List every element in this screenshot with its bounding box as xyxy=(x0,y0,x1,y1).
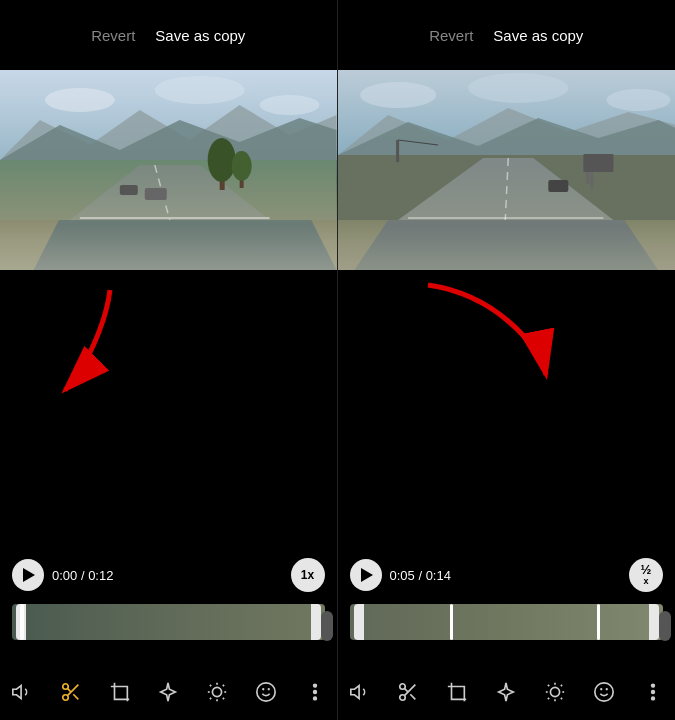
play-button-right[interactable] xyxy=(350,559,382,591)
svg-point-23 xyxy=(212,687,221,696)
more-button-left[interactable] xyxy=(297,674,333,710)
speed-badge-left[interactable]: 1x xyxy=(291,558,325,592)
mid-area-left xyxy=(0,270,337,548)
timeline-left[interactable] xyxy=(12,604,325,648)
svg-point-10 xyxy=(232,151,252,181)
timeline-handle-right-left[interactable] xyxy=(311,604,321,640)
play-icon-left xyxy=(23,568,35,582)
sparkle-icon-left xyxy=(157,681,179,703)
controls-right: 0:05 / 0:14 ½x xyxy=(338,548,676,666)
sun-icon-left xyxy=(206,681,228,703)
svg-point-61 xyxy=(551,687,560,696)
svg-line-66 xyxy=(548,685,549,686)
timeline-track-right[interactable] xyxy=(350,604,664,640)
controls-left: 0:00 / 0:12 1x xyxy=(0,548,337,666)
revert-button-right[interactable]: Revert xyxy=(429,27,473,44)
trim-button-right[interactable] xyxy=(390,674,426,710)
bottom-toolbar-left xyxy=(0,666,337,720)
video-preview-right xyxy=(338,70,676,270)
smiley-icon-right xyxy=(593,681,615,703)
play-button-left[interactable] xyxy=(12,559,44,591)
effects-button-right[interactable] xyxy=(488,674,524,710)
revert-button-left[interactable]: Revert xyxy=(91,27,135,44)
sparkle-icon-right xyxy=(495,681,517,703)
timeline-track-left[interactable] xyxy=(12,604,325,640)
scissors-icon-left xyxy=(60,681,82,703)
svg-point-32 xyxy=(257,683,275,701)
svg-point-13 xyxy=(45,88,115,112)
svg-point-74 xyxy=(652,691,655,694)
svg-line-60 xyxy=(405,688,409,692)
volume-button-left[interactable] xyxy=(4,674,40,710)
timeline-segment-left xyxy=(12,604,325,640)
timeline-right[interactable] xyxy=(350,604,664,648)
svg-line-68 xyxy=(548,698,549,699)
volume-icon-left xyxy=(11,681,33,703)
video-preview-left xyxy=(0,70,337,270)
timeline-thumb-left[interactable] xyxy=(20,604,24,640)
svg-line-67 xyxy=(561,698,562,699)
crop-icon-right xyxy=(446,681,468,703)
timeline-handle-right-right[interactable] xyxy=(649,604,659,640)
sticker-button-left[interactable] xyxy=(248,674,284,710)
save-as-copy-button-left[interactable]: Save as copy xyxy=(155,27,245,44)
svg-point-73 xyxy=(652,684,655,687)
svg-marker-17 xyxy=(13,686,21,699)
svg-rect-47 xyxy=(583,154,613,172)
red-arrow-right xyxy=(368,275,568,405)
time-display-left: 0:00 / 0:12 xyxy=(52,568,113,583)
svg-line-28 xyxy=(210,685,211,686)
dots-icon-right xyxy=(642,681,664,703)
svg-line-59 xyxy=(411,694,416,699)
scrollbar-left[interactable] xyxy=(321,611,333,641)
svg-point-18 xyxy=(63,684,69,690)
svg-line-30 xyxy=(210,698,211,699)
timeline-marker-left-right[interactable] xyxy=(450,604,453,640)
svg-point-19 xyxy=(63,695,69,701)
effects-button-left[interactable] xyxy=(150,674,186,710)
more-button-right[interactable] xyxy=(635,674,671,710)
svg-point-52 xyxy=(468,73,568,103)
svg-point-15 xyxy=(260,95,320,115)
timeline-segment-right xyxy=(350,604,664,640)
crop-button-right[interactable] xyxy=(439,674,475,710)
svg-point-36 xyxy=(313,691,316,694)
volume-icon-right xyxy=(349,681,371,703)
top-bar-left: Revert Save as copy xyxy=(0,0,337,70)
scissors-icon-right xyxy=(397,681,419,703)
left-panel: Revert Save as copy xyxy=(0,0,338,720)
dots-icon-left xyxy=(304,681,326,703)
save-as-copy-button-right[interactable]: Save as copy xyxy=(493,27,583,44)
svg-rect-49 xyxy=(396,140,399,162)
bottom-toolbar-right xyxy=(338,666,676,720)
svg-point-56 xyxy=(400,684,406,690)
time-display-right: 0:05 / 0:14 xyxy=(390,568,451,583)
svg-line-22 xyxy=(67,688,71,692)
svg-point-57 xyxy=(400,695,406,701)
sticker-button-right[interactable] xyxy=(586,674,622,710)
svg-point-8 xyxy=(208,138,236,182)
svg-point-37 xyxy=(313,697,316,700)
timeline-handle-left-right[interactable] xyxy=(354,604,364,640)
svg-point-51 xyxy=(360,82,436,108)
svg-point-53 xyxy=(606,89,670,111)
playback-row-left: 0:00 / 0:12 1x xyxy=(12,558,325,592)
svg-point-14 xyxy=(155,76,245,104)
adjust-button-left[interactable] xyxy=(199,674,235,710)
scrollbar-right[interactable] xyxy=(659,611,671,641)
speed-badge-right[interactable]: ½x xyxy=(629,558,663,592)
svg-line-21 xyxy=(73,694,78,699)
right-panel: Revert Save as copy xyxy=(338,0,676,720)
timeline-marker-right-right[interactable] xyxy=(597,604,600,640)
svg-rect-11 xyxy=(120,185,138,195)
play-icon-right xyxy=(361,568,373,582)
crop-button-left[interactable] xyxy=(102,674,138,710)
adjust-button-right[interactable] xyxy=(537,674,573,710)
crop-icon-left xyxy=(109,681,131,703)
mid-area-right xyxy=(338,270,676,548)
svg-line-69 xyxy=(561,685,562,686)
trim-button-left[interactable] xyxy=(53,674,89,710)
playback-row-right: 0:05 / 0:14 ½x xyxy=(350,558,664,592)
volume-button-right[interactable] xyxy=(342,674,378,710)
svg-rect-50 xyxy=(548,180,568,192)
